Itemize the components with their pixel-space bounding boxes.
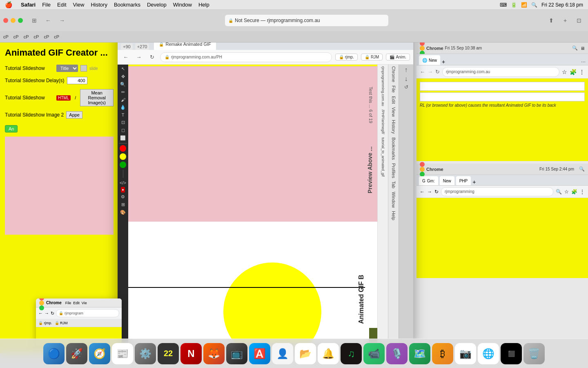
right-bookmark-btn[interactable]: ☆ <box>562 69 567 75</box>
dock-news[interactable]: 📰 <box>112 343 133 364</box>
dock-tv[interactable]: 📺 <box>226 343 247 364</box>
dock-facetime[interactable]: 📹 <box>363 343 385 364</box>
dock-bitcoin[interactable]: ₿ <box>432 343 453 364</box>
tool-yellow-circle[interactable] <box>120 153 126 160</box>
dock-maps[interactable]: 🗺️ <box>409 343 430 364</box>
dock-system-prefs[interactable]: ⚙️ <box>135 343 156 364</box>
chrome-url-bar[interactable]: 🔒 rjmprogramming.com.au/PH <box>160 52 332 62</box>
bottom-left-menu-edit[interactable]: Edit <box>73 301 80 305</box>
dock-finder[interactable]: 🔵 <box>43 343 65 364</box>
bookmark-cp1[interactable]: cP <box>3 34 9 39</box>
rm-min-btn[interactable] <box>420 167 425 172</box>
delay-input[interactable] <box>67 77 87 84</box>
bl-back[interactable]: ← <box>38 311 43 316</box>
an-button[interactable]: An <box>5 125 18 132</box>
chrome-side-edit[interactable]: Edit <box>390 94 397 105</box>
right-search-icon[interactable]: 🔍 <box>572 45 578 51</box>
scroll-down-btn[interactable]: ↓ <box>405 75 408 83</box>
tool-zoom[interactable]: 🔍 <box>119 81 127 88</box>
close-button[interactable] <box>3 18 8 23</box>
r-min-btn[interactable] <box>420 46 425 51</box>
dock-trash[interactable]: 🗑️ <box>523 343 545 364</box>
right-mid-url-bar[interactable]: rjmprogramming <box>441 187 553 196</box>
right-mid-tab3[interactable]: PHP <box>456 176 471 185</box>
tool-pencil[interactable]: ✏ <box>120 89 126 96</box>
safari-url-bar[interactable]: 🔒 Not Secure — rjmprogramming.com.au <box>225 15 388 26</box>
forward-nav-btn[interactable]: → <box>134 52 144 62</box>
dock-firefox[interactable]: 🦊 <box>203 343 225 364</box>
dock-filezilla[interactable]: 📂 <box>295 343 316 364</box>
chrome-side-chrome[interactable]: Chrome <box>390 65 397 84</box>
bl-close[interactable] <box>39 298 44 301</box>
back-btn[interactable]: ← <box>42 15 54 26</box>
sidebar-toggle[interactable]: ⊞ <box>29 15 40 26</box>
tab-overview-btn[interactable]: ⊡ <box>573 15 585 26</box>
chrome-side-window[interactable]: Window <box>390 190 397 209</box>
right-mid-bookmark-btn[interactable]: ☆ <box>564 189 569 195</box>
dock-photos[interactable]: 📷 <box>455 343 476 364</box>
right-forward-btn[interactable]: → <box>428 69 433 75</box>
rjm-btn-anim[interactable]: 🎬 Anim. <box>386 54 410 61</box>
chrome-side-help[interactable]: Help <box>390 209 397 222</box>
right-mid-ext-btn[interactable]: 🧩 <box>571 189 577 195</box>
right-more-btn[interactable]: ⋮ <box>579 69 585 75</box>
tool-crop[interactable]: ⊡ <box>120 119 126 126</box>
share-btn[interactable]: ⬆ <box>546 15 557 26</box>
rm-close-btn[interactable] <box>420 162 425 167</box>
slideshow-select[interactable]: Title <box>56 65 78 72</box>
dock-news2[interactable]: N <box>180 343 202 364</box>
chrome-side-profiles[interactable]: Profiles <box>390 162 397 180</box>
bl-bookmark-rjm[interactable]: 🔒 RJM <box>55 321 68 325</box>
maximize-button[interactable] <box>18 18 23 23</box>
chrome-side-tab[interactable]: Tab <box>390 180 397 190</box>
bookmark-cp2[interactable]: cP <box>13 34 19 39</box>
bl-min[interactable] <box>39 301 44 305</box>
dock-22[interactable]: 22 <box>158 343 179 364</box>
right-add-tab-btn[interactable]: + <box>442 58 445 65</box>
right-active-tab[interactable]: 🌐 New <box>419 55 440 65</box>
tool-move[interactable]: ✥ <box>120 73 126 80</box>
right-mid-add-tab-btn[interactable]: + <box>472 179 476 185</box>
rjm-btn-rjmp[interactable]: 🔒 rjmp. <box>335 54 358 61</box>
right-mid-active-tab[interactable]: G Gm: <box>419 176 438 185</box>
mean-removal-btn[interactable]: Mean Removal Image(s) <box>80 89 114 106</box>
bl-forward[interactable]: → <box>45 311 49 316</box>
right-mid-refresh-btn[interactable]: ↻ <box>434 189 439 195</box>
dock-spotify[interactable]: ♫ <box>341 343 362 364</box>
tool-record[interactable]: ● <box>121 187 125 193</box>
tool-palette[interactable]: 🎨 <box>119 209 127 216</box>
new-tab-btn[interactable]: + <box>559 15 571 26</box>
right-refresh-btn[interactable]: ↻ <box>435 69 440 75</box>
right-mid-back-btn[interactable]: ← <box>420 189 425 195</box>
menu-help[interactable]: Help <box>198 2 209 8</box>
tool-red-circle[interactable] <box>120 145 126 152</box>
dock-launchpad[interactable]: 🚀 <box>66 343 87 364</box>
dock-appstore[interactable]: 🅰️ <box>249 343 270 364</box>
right-input-1[interactable] <box>420 82 585 91</box>
tool-grid[interactable]: ⊞ <box>120 201 126 208</box>
refresh-nav-btn[interactable]: ↻ <box>147 52 157 62</box>
tool-code[interactable]: </> <box>119 180 127 186</box>
app-menu-safari[interactable]: Safari <box>21 2 36 8</box>
right-mid-search-icon[interactable]: 🔍 <box>579 166 585 172</box>
bookmark-cp5[interactable]: cP <box>44 34 49 39</box>
scroll-up-btn[interactable]: ↑ <box>405 66 408 74</box>
menu-develop[interactable]: Develop <box>147 2 167 8</box>
tool-eraser[interactable]: ⬜ <box>119 135 127 141</box>
tool-brush[interactable]: 🖌 <box>120 96 126 103</box>
tool-green-circle[interactable] <box>120 162 126 168</box>
right-mid-tab2[interactable]: New <box>440 176 454 185</box>
dock-terminal[interactable]: ⬛ <box>501 343 522 364</box>
chrome-side-file[interactable]: File <box>390 84 397 94</box>
chrome-side-history[interactable]: History <box>390 118 397 135</box>
menu-history[interactable]: History <box>91 2 107 8</box>
right-mid-zoom-btn[interactable]: 🔍 <box>556 189 562 195</box>
right-tab-more[interactable]: ⋯ <box>581 60 586 65</box>
chrome-side-view[interactable]: View <box>390 105 397 119</box>
apple-menu[interactable]: 🍎 <box>5 1 13 9</box>
slideshow-checkbox[interactable] <box>80 65 87 72</box>
bottom-left-menu-view[interactable]: Vie <box>82 301 87 305</box>
scroll-refresh-btn[interactable]: ↺ <box>404 84 408 90</box>
menu-bookmarks[interactable]: Bookmarks <box>114 2 140 8</box>
tool-fill[interactable]: 💧 <box>119 104 127 111</box>
